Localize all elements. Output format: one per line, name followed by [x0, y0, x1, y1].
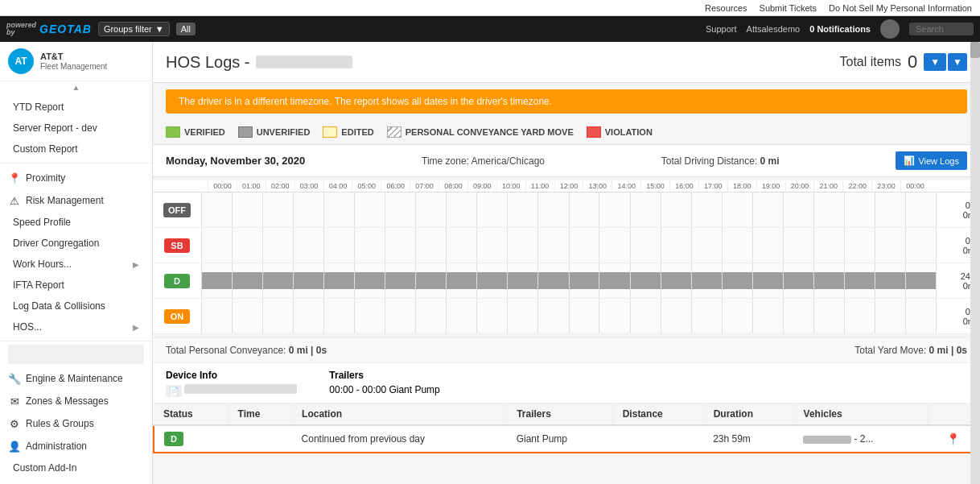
view-logs-label: View Logs — [918, 156, 959, 166]
row-location-cell: Continued from previous day — [292, 425, 507, 453]
d-badge: D — [164, 274, 190, 288]
table-row[interactable]: D Continued from previous day Giant Pump… — [154, 425, 979, 453]
distance-value: 0 mi — [760, 155, 780, 167]
timeline-row-on: ON 0h 0m — [153, 299, 980, 334]
sidebar-item-server-report[interactable]: Server Report - dev — [0, 118, 152, 139]
hour-label: 10:00 — [496, 180, 525, 192]
sidebar-item-administration[interactable]: 👤 Administration — [0, 435, 152, 457]
sidebar-scroll-up[interactable]: ▲ — [0, 81, 152, 93]
device-info-panel: Device Info 📄 — [166, 370, 297, 396]
engine-icon: 🔧 — [8, 372, 21, 385]
trailers-title: Trailers — [329, 370, 439, 381]
do-not-sell-link[interactable]: Do Not Sell My Personal Information — [829, 3, 972, 13]
sidebar-item-label: Custom Add-In — [13, 462, 76, 474]
sidebar-item-ytd[interactable]: YTD Report — [0, 97, 152, 118]
view-logs-button[interactable]: 📊 View Logs — [896, 151, 967, 170]
total-items-section: Total items 0 ▼ ▼ — [840, 52, 968, 72]
hour-label: 05:00 — [352, 180, 381, 192]
sidebar-item-work-hours[interactable]: Work Hours... ▶ — [0, 254, 152, 275]
sidebar-item-risk-management[interactable]: ⚠ Risk Management — [0, 189, 152, 212]
hour-label: 07:00 — [410, 180, 439, 192]
sidebar-section: YTD Report Server Report - dev Custom Re… — [0, 93, 152, 482]
scrollbar[interactable] — [970, 42, 980, 484]
support-link[interactable]: Support — [706, 24, 737, 34]
hour-label: 23:00 — [871, 180, 900, 192]
log-table: Status Time Location Trailers Distance D… — [153, 403, 980, 453]
table-header-row: Status Time Location Trailers Distance D… — [154, 403, 979, 425]
sidebar-item-label: Engine & Maintenance — [26, 373, 123, 384]
sidebar-item-label: Zones & Messages — [26, 395, 109, 407]
navbar: poweredby GEOTAB Groups filter ▼ All Sup… — [0, 16, 980, 42]
sidebar-item-label: Speed Profile — [13, 217, 71, 228]
hour-label: 11:00 — [525, 180, 554, 192]
groups-filter-label: Groups filter — [104, 24, 152, 34]
sidebar-item-driver-congregation[interactable]: Driver Congregation — [0, 233, 152, 254]
yard-move-total: Total Yard Move: 0 mi | 0s — [854, 345, 967, 356]
chevron-right-icon: ▶ — [133, 323, 139, 332]
sidebar-item-custom-addon[interactable]: Custom Add-In — [0, 457, 152, 478]
off-badge: OFF — [163, 203, 191, 217]
col-time: Time — [228, 403, 291, 425]
hour-label: 16:00 — [669, 180, 698, 192]
on-badge: ON — [164, 309, 190, 324]
sidebar-item-speed-profile[interactable]: Speed Profile — [0, 212, 152, 233]
brand-name: AT&T — [40, 52, 107, 62]
timeline-label-spacer — [159, 180, 208, 192]
chevron-right-icon: ▶ — [133, 260, 139, 269]
timezone-value: America/Chicago — [471, 155, 545, 167]
row-chart-off — [201, 192, 936, 227]
sidebar-item-zones[interactable]: ✉ Zones & Messages — [0, 390, 152, 412]
sidebar-item-label: Risk Management — [26, 195, 104, 206]
notifications-label[interactable]: 0 Notifications — [809, 24, 871, 34]
legend: VERIFIED UNVERIFIED EDITED PERSONAL CONV… — [153, 120, 980, 144]
hour-label: 15:00 — [640, 180, 669, 192]
groups-filter-dropdown[interactable]: Groups filter ▼ — [98, 22, 170, 36]
alert-banner: The driver is in a different timezone. T… — [166, 89, 967, 114]
sidebar-item-hos[interactable]: HOS... ▶ — [0, 316, 152, 337]
hour-label: 17:00 — [698, 180, 727, 192]
hour-label: 22:00 — [842, 180, 871, 192]
row-status-badge: D — [164, 432, 183, 446]
divider — [0, 163, 152, 163]
sidebar-item-label: Driver Congregation — [13, 238, 99, 249]
sidebar-item-ifta-report[interactable]: IFTA Report — [0, 275, 152, 296]
proximity-icon: 📍 — [8, 172, 21, 184]
expand-button[interactable]: ▼ — [924, 53, 946, 71]
hour-label: 06:00 — [381, 180, 410, 192]
sidebar-item-label: Proximity — [26, 172, 65, 184]
content-header: HOS Logs - Total items 0 ▼ ▼ — [153, 42, 980, 83]
sidebar-item-engine[interactable]: 🔧 Engine & Maintenance — [0, 367, 152, 390]
personal-conveyance-total: Total Personal Conveyance: 0 mi | 0s — [166, 345, 327, 356]
device-info-title: Device Info — [166, 370, 297, 381]
user-avatar[interactable] — [880, 19, 900, 39]
pc-value: 0 mi | 0s — [289, 345, 327, 356]
resources-link[interactable]: Resources — [705, 3, 747, 13]
admin-icon: 👤 — [8, 440, 21, 453]
sidebar-item-log-data[interactable]: Log Data & Collisions — [0, 296, 152, 316]
hour-label: 00:00 — [900, 180, 929, 192]
sidebar-item-proximity[interactable]: 📍 Proximity — [0, 167, 152, 189]
dropdown-buttons: ▼ ▼ — [924, 53, 967, 71]
row-distance-cell — [612, 425, 703, 453]
driving-distance: Total Driving Distance: 0 mi — [661, 155, 780, 167]
ym-value: 0 mi | 0s — [929, 345, 967, 356]
violation-color-box — [587, 126, 601, 138]
log-date: Monday, November 30, 2020 — [166, 155, 305, 167]
sidebar: AT AT&T Fleet Management ▲ YTD Report Se… — [0, 42, 153, 484]
brand-logo: AT AT&T Fleet Management — [0, 42, 152, 81]
more-options-button[interactable]: ▼ — [948, 53, 967, 71]
sidebar-item-rules[interactable]: ⚙ Rules & Groups — [0, 412, 152, 435]
hour-label: 09:00 — [467, 180, 496, 192]
log-info-bar: Monday, November 30, 2020 Time zone: Ame… — [153, 144, 980, 177]
submit-tickets-link[interactable]: Submit Tickets — [760, 3, 817, 13]
navbar-right: Support Attsalesdemo 0 Notifications — [706, 19, 974, 39]
edited-color-box — [323, 126, 337, 138]
search-input[interactable] — [909, 23, 974, 35]
sidebar-item-custom-report[interactable]: Custom Report — [0, 139, 152, 159]
pc-label: Total Personal Conveyance: — [166, 345, 286, 356]
map-pin-icon[interactable]: 📍 — [946, 432, 960, 445]
hour-label: 12:00 — [554, 180, 583, 192]
legend-violation: VIOLATION — [587, 126, 653, 138]
main-layout: AT AT&T Fleet Management ▲ YTD Report Se… — [0, 42, 980, 484]
hatched-box — [387, 126, 401, 138]
